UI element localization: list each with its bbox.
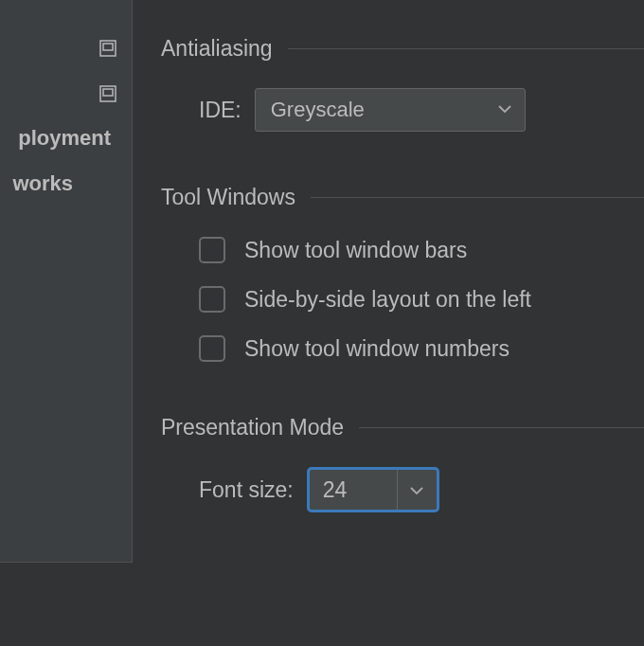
settings-content: Antialiasing IDE: Greyscale Tool Windows… <box>133 0 644 646</box>
checkbox[interactable] <box>199 335 225 362</box>
sidebar-item-frameworks[interactable]: works <box>12 171 73 196</box>
opt-show-tool-window-numbers[interactable]: Show tool window numbers <box>199 335 644 362</box>
chevron-down-icon <box>498 105 511 115</box>
collapse-icon[interactable] <box>98 83 118 104</box>
opt-show-tool-window-bars[interactable]: Show tool window bars <box>199 237 644 263</box>
divider <box>288 48 644 49</box>
section-antialiasing: Antialiasing IDE: Greyscale <box>161 36 644 132</box>
section-title-tool-windows: Tool Windows <box>161 185 295 210</box>
font-size-input[interactable] <box>310 470 397 510</box>
chevron-down-icon <box>410 477 423 502</box>
checkbox[interactable] <box>199 237 225 263</box>
divider <box>359 427 644 428</box>
checkbox-label: Show tool window bars <box>244 238 467 263</box>
font-size-dropdown-button[interactable] <box>397 470 437 510</box>
checkbox-label: Show tool window numbers <box>244 336 510 362</box>
collapse-icon[interactable] <box>98 38 118 59</box>
settings-sidebar: ployment works <box>0 0 133 563</box>
svg-rect-3 <box>103 89 113 96</box>
font-size-spinner[interactable] <box>307 467 439 512</box>
font-size-label: Font size: <box>199 477 294 503</box>
ide-antialias-label: IDE: <box>199 98 242 123</box>
sidebar-item-deployment[interactable]: ployment <box>18 126 111 151</box>
divider <box>311 197 644 198</box>
section-title-presentation: Presentation Mode <box>161 415 344 440</box>
section-title-antialiasing: Antialiasing <box>161 36 273 62</box>
ide-antialias-select[interactable]: Greyscale <box>255 88 526 132</box>
ide-antialias-value: Greyscale <box>271 98 365 122</box>
checkbox-label: Side-by-side layout on the left <box>244 287 531 313</box>
checkbox[interactable] <box>199 286 225 313</box>
section-tool-windows: Tool Windows Show tool window bars Side-… <box>161 185 644 362</box>
svg-rect-1 <box>103 44 113 50</box>
opt-side-by-side-left[interactable]: Side-by-side layout on the left <box>199 286 644 313</box>
section-presentation-mode: Presentation Mode Font size: <box>161 415 644 512</box>
